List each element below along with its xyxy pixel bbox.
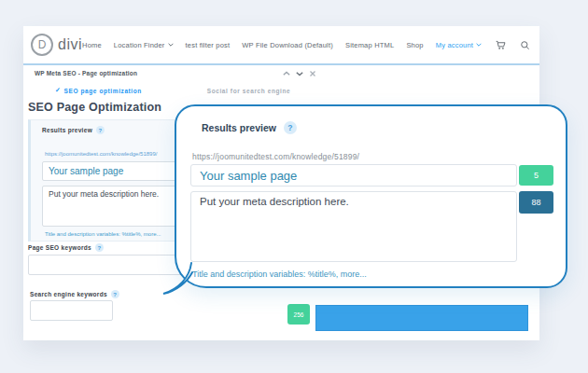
divi-logo-text: divi	[58, 36, 82, 53]
page-seo-keywords-label-text: Page SEO keywords	[28, 244, 91, 251]
search-engine-keywords-label: Search engine keywords ?	[30, 290, 119, 298]
nav-item-location-finder[interactable]: Location Finder	[114, 41, 174, 49]
chevron-down-icon	[168, 43, 174, 47]
tab-label: Social for search engine	[207, 88, 291, 94]
blue-action-bar[interactable]	[315, 305, 528, 331]
callout-results-preview-label: Results preview ?	[202, 121, 297, 134]
nav-item-shop[interactable]: Shop	[406, 41, 423, 49]
nav-item-home[interactable]: Home	[82, 41, 102, 49]
chevron-down-icon[interactable]	[296, 70, 303, 77]
callout-label-text: Results preview	[202, 122, 276, 133]
variables-hint[interactable]: Title and description variables: %title%…	[45, 231, 161, 237]
results-preview-callout: Results preview ? https://joomunitedtest…	[175, 104, 567, 288]
callout-preview-url: https://joomunitedtest.com/knowledge/518…	[192, 152, 359, 161]
preview-url: https://joomunitedtest.com/knowledge/518…	[45, 151, 157, 157]
page-title: SEO Page Optimization	[28, 101, 161, 114]
cart-icon[interactable]	[496, 40, 506, 50]
search-engine-keywords-input[interactable]	[30, 300, 113, 321]
tab-social-for-search-engine[interactable]: Social for search engine	[174, 81, 324, 100]
tab-label: SEO page optimization	[64, 88, 142, 94]
tab-seo-page-optimization[interactable]: ✓ SEO page optimization	[23, 81, 174, 100]
divi-logo[interactable]: D divi	[31, 34, 82, 56]
results-preview-label: Results preview ?	[42, 126, 105, 134]
main-nav: Home Location Finder test filter post WP…	[82, 40, 530, 50]
divi-logo-icon: D	[31, 34, 53, 56]
search-engine-keywords-label-text: Search engine keywords	[30, 291, 107, 297]
nav-item-label: Location Finder	[114, 41, 165, 49]
title-char-count-badge: 5	[519, 165, 553, 186]
nav-item-wp-file-download[interactable]: WP File Download (Default)	[242, 41, 333, 49]
callout-meta-description-input[interactable]: Put your meta description here.	[190, 191, 517, 262]
char-count-badge: 256	[287, 304, 310, 325]
nav-item-sitemap-html[interactable]: Sitemap HTML	[345, 41, 394, 49]
site-header: D divi Home Location Finder test filter …	[23, 26, 539, 63]
help-icon[interactable]: ?	[96, 126, 105, 134]
chevron-up-icon[interactable]	[283, 70, 290, 77]
search-icon[interactable]	[520, 40, 530, 50]
metabox-controls	[283, 70, 316, 77]
check-icon: ✓	[55, 87, 61, 94]
results-preview-label-text: Results preview	[42, 127, 92, 133]
metabox-title: WP Meta SEO - Page optimization	[35, 70, 137, 76]
callout-variables-hint[interactable]: Title and description variables: %title%…	[192, 269, 367, 279]
page-seo-keywords-label: Page SEO keywords ?	[28, 243, 104, 252]
nav-item-my-account[interactable]: My account	[436, 41, 482, 49]
callout-meta-title-input[interactable]	[190, 164, 517, 186]
metabox-tabs: ✓ SEO page optimization Social for searc…	[23, 81, 324, 100]
close-icon[interactable]	[309, 70, 316, 77]
description-char-count-badge: 88	[519, 191, 553, 214]
metabox-header: WP Meta SEO - Page optimization	[23, 65, 324, 81]
help-icon[interactable]: ?	[284, 121, 297, 134]
nav-item-test-filter-post[interactable]: test filter post	[186, 41, 231, 49]
help-icon[interactable]: ?	[95, 243, 104, 252]
callout-tail	[161, 261, 193, 295]
nav-item-label: My account	[436, 41, 473, 49]
wpmetaseo-metabox: WP Meta SEO - Page optimization ✓ SEO pa…	[23, 65, 324, 100]
help-icon[interactable]: ?	[111, 290, 119, 298]
chevron-down-icon	[476, 43, 482, 47]
